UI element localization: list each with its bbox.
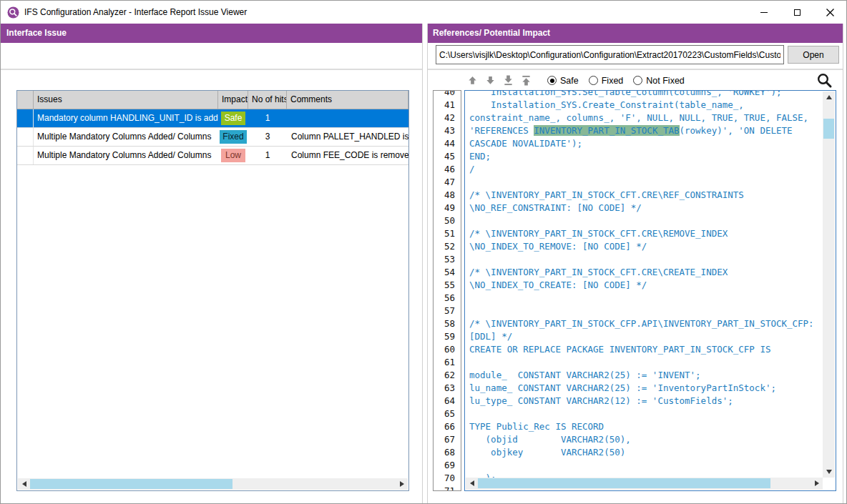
- code-line: [469, 459, 821, 472]
- last-hit-icon[interactable]: [503, 75, 514, 86]
- code-line: constraint_name_, columns_, 'F', NULL, N…: [469, 112, 821, 124]
- line-number: 48: [434, 189, 461, 202]
- issue-text: Mandatory column HANDLING_UNIT_ID is add…: [34, 109, 218, 127]
- scroll-thumb[interactable]: [823, 119, 834, 139]
- code-vertical-scrollbar[interactable]: [823, 92, 835, 478]
- radio-label: Not Fixed: [646, 76, 685, 86]
- line-number: 51: [434, 227, 461, 240]
- scroll-thumb[interactable]: [30, 479, 232, 489]
- line-number: 57: [434, 305, 461, 317]
- window-title: IFS Configuration Analyzer - Interface R…: [24, 7, 247, 17]
- scroll-left-icon[interactable]: [466, 478, 478, 489]
- line-number: 40: [434, 90, 461, 99]
- line-number: 67: [434, 433, 461, 446]
- open-button[interactable]: Open: [788, 46, 839, 64]
- code-line: module_ CONSTANT VARCHAR2(25) := 'INVENT…: [469, 369, 821, 382]
- line-number: 56: [434, 292, 461, 305]
- radio-dot-icon: [550, 79, 554, 83]
- line-number: 61: [434, 356, 461, 369]
- code-line: TYPE Public_Rec IS RECORD: [469, 420, 821, 433]
- code-line: [469, 176, 821, 189]
- line-number: 41: [434, 99, 461, 112]
- row-selector: [17, 147, 34, 164]
- comment-text: Column PALLET_HANDLED is re: [287, 128, 408, 146]
- line-number: 42: [434, 112, 461, 124]
- code-line: lu_name_ CONSTANT VARCHAR2(25) := 'Inven…: [469, 382, 821, 395]
- code-line: [469, 253, 821, 266]
- radio-not-fixed[interactable]: Not Fixed: [633, 76, 685, 86]
- code-line: END;: [469, 150, 821, 163]
- code-line: [469, 356, 821, 369]
- code-line: lu_type_ CONSTANT VARCHAR2(12) := 'Custo…: [469, 395, 821, 407]
- code-line: /* \INVENTORY_PART_IN_STOCK_CFT.CRE\REMO…: [469, 227, 821, 240]
- section-divider: [1, 69, 422, 70]
- radio-safe[interactable]: Safe: [547, 76, 579, 86]
- previous-hit-icon[interactable]: [467, 75, 478, 86]
- line-number: 46: [434, 163, 461, 176]
- panel-divider: [422, 24, 423, 503]
- column-header-no-of-hits[interactable]: No of hits: [248, 91, 287, 109]
- file-path-input[interactable]: [436, 45, 784, 64]
- search-icon[interactable]: [816, 72, 833, 89]
- impact-filter-radios: SafeFixedNot Fixed: [547, 76, 685, 86]
- column-header-comments[interactable]: Comments: [287, 91, 408, 109]
- line-number: 68: [434, 446, 461, 459]
- code-toolbar: SafeFixedNot Fixed: [427, 71, 843, 90]
- line-number: 45: [434, 150, 461, 163]
- issues-horizontal-scrollbar[interactable]: [18, 478, 408, 490]
- line-number: 64: [434, 395, 461, 407]
- radio-fixed[interactable]: Fixed: [589, 76, 624, 86]
- row-selector: [17, 109, 34, 127]
- scroll-right-icon[interactable]: [811, 478, 823, 489]
- impact-badge: Low: [221, 149, 245, 162]
- code-line: (objid VARCHAR2(50),: [469, 433, 821, 446]
- title-bar: IFS Configuration Analyzer - Interface R…: [1, 1, 846, 24]
- code-line: 'REFERENCES INVENTORY_PART_IN_STOCK_TAB(…: [469, 124, 821, 137]
- close-button[interactable]: [813, 1, 846, 24]
- line-number: 58: [434, 317, 461, 330]
- maximize-icon: [794, 9, 801, 16]
- column-header-selector[interactable]: [17, 91, 34, 109]
- column-header-issues[interactable]: Issues: [34, 91, 218, 109]
- comment-text: Column FEE_CODE is removed f: [287, 147, 408, 164]
- code-horizontal-scrollbar[interactable]: [466, 478, 823, 490]
- minimize-button[interactable]: [748, 1, 780, 24]
- line-number: 65: [434, 407, 461, 420]
- minimize-icon: [760, 12, 768, 13]
- impact-cell: Fixed: [218, 128, 248, 146]
- code-line: \NO_INDEX_TO_CREATE: [NO CODE] */: [469, 279, 821, 292]
- scroll-up-icon[interactable]: [823, 92, 835, 103]
- impact-cell: Low: [218, 147, 248, 164]
- code-line: [469, 305, 821, 317]
- maximize-button[interactable]: [780, 1, 813, 24]
- code-line: [469, 292, 821, 305]
- table-row[interactable]: Multiple Mandatory Columns Added/ Column…: [17, 147, 408, 165]
- scroll-right-icon[interactable]: [396, 478, 408, 490]
- panel-edge: [843, 24, 843, 503]
- right-panel-header: References/ Potential Impact: [427, 24, 843, 43]
- next-hit-icon[interactable]: [485, 75, 496, 86]
- table-row[interactable]: Mandatory column HANDLING_UNIT_ID is add…: [17, 109, 408, 128]
- code-line: \NO_INDEX_TO_REMOVE: [NO CODE] */: [469, 240, 821, 253]
- line-number: 49: [434, 202, 461, 214]
- code-line: [DDL] */: [469, 330, 821, 343]
- line-number: 47: [434, 176, 461, 189]
- line-number: 59: [434, 330, 461, 343]
- comment-text: [287, 109, 408, 127]
- issues-table: IssuesImpactNo of hitsComments Mandatory…: [16, 90, 409, 491]
- code-line: /: [469, 163, 821, 176]
- radio-circle-icon: [589, 76, 598, 85]
- code-line: Installation_SYS.Set_Table_Column(column…: [469, 90, 821, 99]
- hits-count: 1: [248, 147, 287, 164]
- column-header-impact[interactable]: Impact: [218, 91, 248, 109]
- code-line: objkey VARCHAR2(50): [469, 446, 821, 459]
- first-hit-icon[interactable]: [521, 75, 532, 86]
- code-viewer[interactable]: Installation_SYS.Set_Table_Column(column…: [464, 90, 836, 491]
- line-numbers: 4041424344454647484950515253545556575859…: [434, 90, 461, 491]
- scroll-thumb[interactable]: [478, 478, 770, 488]
- scroll-left-icon[interactable]: [18, 478, 30, 490]
- issues-table-header: IssuesImpactNo of hitsComments: [17, 91, 408, 109]
- table-row[interactable]: Multiple Mandatory Columns Added/ Column…: [17, 128, 408, 147]
- scroll-down-icon[interactable]: [823, 466, 835, 478]
- close-icon: [826, 9, 834, 16]
